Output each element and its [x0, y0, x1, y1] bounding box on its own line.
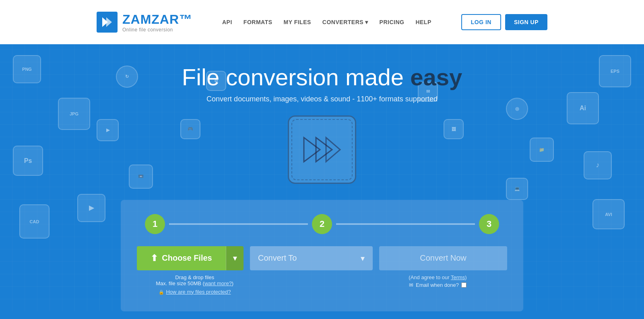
- nav-link-api[interactable]: API: [222, 19, 232, 25]
- convert-now-button[interactable]: Convert Now: [379, 246, 507, 270]
- center-logo: [288, 115, 356, 184]
- step-line-2: [336, 223, 475, 225]
- hero-section: PNG JPG Ps CAD ▶ ↻ ▶ 📼 EPS Ai: [0, 44, 644, 311]
- nav-link-pricing[interactable]: PRICING: [380, 19, 405, 25]
- email-icon: ✉: [409, 282, 413, 288]
- svg-marker-2: [304, 138, 320, 162]
- hero-subtitle: Convert documents, images, videos & soun…: [8, 95, 636, 103]
- zamzar-arrows-svg: [302, 134, 342, 166]
- logo-icon: [97, 12, 118, 33]
- email-checkbox[interactable]: [461, 282, 466, 288]
- step-3-circle: 3: [479, 214, 499, 234]
- helper-left: Drag & drop files Max. file size 50MB (w…: [137, 274, 253, 295]
- nav-link-myfiles[interactable]: MY FILES: [284, 19, 311, 25]
- center-logo-box: [288, 115, 356, 184]
- nav-buttons: LOG IN SIGN UP: [461, 14, 547, 30]
- svg-marker-4: [326, 138, 340, 162]
- upload-icon: ⬆: [151, 253, 158, 263]
- nav-link-formats[interactable]: FORMATS: [244, 19, 272, 25]
- logo-subtitle: Online file conversion: [122, 27, 192, 33]
- hero-title: File conversion made easy: [8, 64, 636, 90]
- nav-container: ZAMZAR™ Online file conversion API FORMA…: [80, 0, 564, 44]
- login-button[interactable]: LOG IN: [461, 14, 501, 30]
- svg-marker-3: [316, 138, 332, 162]
- conversion-panel: 1 2 3 ⬆ Choose Files ▾: [121, 200, 523, 311]
- max-size-text: Max. file size 50MB (want more?): [137, 280, 253, 286]
- lock-icon: 🔒: [159, 290, 164, 294]
- choose-files-button[interactable]: ⬆ Choose Files ▾: [137, 246, 244, 270]
- nav-links: API FORMATS MY FILES CONVERTERS ▾ PRICIN…: [222, 19, 431, 25]
- navbar: ZAMZAR™ Online file conversion API FORMA…: [0, 0, 644, 44]
- convert-to-dropdown-icon: ▾: [361, 253, 365, 263]
- signup-button[interactable]: SIGN UP: [505, 14, 547, 30]
- terms-link[interactable]: Terms: [451, 274, 465, 280]
- protected-link[interactable]: How are my files protected?: [166, 289, 231, 295]
- email-label: Email when done?: [416, 282, 459, 288]
- want-more-link[interactable]: want more?: [204, 280, 232, 286]
- convert-to-label: Convert To: [258, 253, 297, 263]
- steps-row: 1 2 3: [137, 214, 507, 234]
- choose-files-dropdown-arrow[interactable]: ▾: [226, 246, 244, 270]
- logo-area: ZAMZAR™ Online file conversion: [97, 12, 192, 33]
- step-2-circle: 2: [312, 214, 332, 234]
- convert-to-button[interactable]: Convert To ▾: [250, 246, 373, 270]
- nav-link-help[interactable]: HELP: [415, 19, 431, 25]
- hero-title-bold: easy: [410, 64, 462, 90]
- step-line-1: [169, 223, 308, 225]
- svg-marker-1: [106, 17, 112, 27]
- nav-link-converters[interactable]: CONVERTERS ▾: [322, 19, 368, 25]
- helper-right: (And agree to our Terms) ✉ Email when do…: [368, 274, 507, 295]
- logo-title: ZAMZAR™: [122, 12, 192, 27]
- choose-files-main: ⬆ Choose Files: [137, 246, 226, 270]
- email-row: ✉ Email when done?: [368, 282, 507, 288]
- action-row: ⬆ Choose Files ▾ Convert To ▾ Convert No…: [137, 246, 507, 270]
- dropdown-chevron-icon: ▾: [233, 254, 237, 263]
- converters-dropdown-icon: ▾: [365, 19, 368, 25]
- helper-middle: [253, 274, 369, 295]
- helper-row: Drag & drop files Max. file size 50MB (w…: [137, 274, 507, 295]
- drag-drop-text: Drag & drop files: [137, 274, 253, 280]
- logo-svg: [100, 15, 114, 29]
- choose-files-label: Choose Files: [162, 253, 212, 263]
- step-1-circle: 1: [145, 214, 165, 234]
- agree-text: (And agree to our Terms): [368, 274, 507, 280]
- protection-row: 🔒 How are my files protected?: [137, 288, 253, 295]
- logo-text: ZAMZAR™ Online file conversion: [122, 12, 192, 33]
